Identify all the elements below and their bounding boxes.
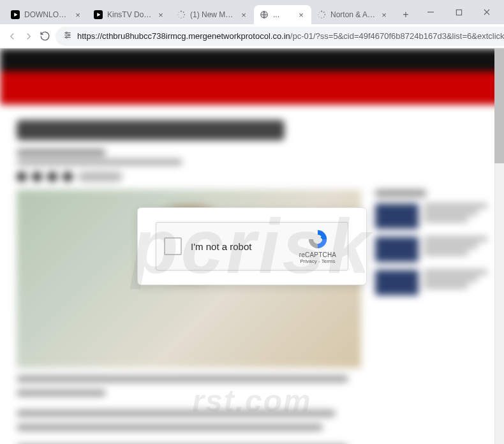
globe-icon	[259, 10, 269, 20]
svg-point-3	[183, 11, 184, 13]
scrollbar-track[interactable]	[494, 48, 504, 444]
svg-point-26	[66, 32, 67, 33]
address-bar[interactable]: https://cthbru8hubcc738irmcg.mergenetwor…	[56, 27, 504, 46]
svg-point-28	[66, 36, 67, 38]
svg-point-16	[319, 17, 320, 17]
article-dateline	[17, 159, 182, 165]
close-icon[interactable]: ×	[73, 10, 83, 20]
tab-strip: DOWNLOAD: Red × KinsTV Download × (1) Ne…	[5, 0, 415, 24]
url-host: https://cthbru8hubcc738irmcg.mergenetwor…	[77, 31, 290, 41]
reload-button[interactable]	[40, 27, 50, 45]
close-window-button[interactable]	[477, 3, 496, 22]
svg-point-27	[68, 34, 70, 36]
svg-point-7	[179, 17, 179, 17]
svg-point-12	[323, 11, 325, 13]
tab-download-red[interactable]: DOWNLOAD: Red ×	[5, 5, 88, 24]
site-nav-bar	[0, 48, 504, 71]
share-row	[17, 172, 487, 182]
recaptcha-checkbox[interactable]	[164, 237, 182, 255]
close-icon[interactable]: ×	[239, 10, 249, 20]
tab-label: (1) New Message!	[190, 10, 236, 19]
youtube-icon	[93, 10, 103, 20]
browser-toolbar: https://cthbru8hubcc738irmcg.mergenetwor…	[0, 24, 504, 48]
captcha-modal: I'm not a robot reCAPTCHA Privacy - Term…	[137, 207, 367, 285]
recaptcha-brand-text: reCAPTCHA	[299, 251, 336, 258]
article-byline	[17, 149, 106, 156]
svg-point-14	[323, 17, 325, 18]
svg-point-5	[183, 17, 184, 18]
tab-label: DOWNLOAD: Red	[24, 10, 70, 19]
back-button[interactable]	[6, 27, 18, 45]
recaptcha-label: I'm not a robot	[191, 241, 295, 252]
loading-spinner-icon	[316, 10, 327, 20]
recaptcha-terms-link[interactable]: Terms	[322, 258, 336, 264]
viewport: One discovery shook the whole family	[0, 48, 504, 444]
alert-banner	[0, 71, 504, 105]
window-controls	[415, 0, 503, 24]
svg-point-2	[181, 11, 182, 12]
url-text: https://cthbru8hubcc738irmcg.mergenetwor…	[77, 31, 504, 41]
related-item	[375, 270, 487, 295]
recaptcha-badge: reCAPTCHA Privacy - Terms	[295, 228, 340, 264]
close-icon[interactable]: ×	[156, 10, 166, 20]
minimize-button[interactable]	[421, 3, 440, 22]
svg-point-15	[321, 18, 322, 18]
svg-point-6	[181, 18, 181, 18]
close-icon[interactable]: ×	[379, 10, 389, 20]
tab-new-message[interactable]: (1) New Message! ×	[171, 5, 254, 24]
svg-point-17	[318, 14, 318, 15]
scrollbar-thumb[interactable]	[494, 48, 504, 163]
svg-point-8	[177, 14, 178, 15]
related-item	[375, 237, 487, 262]
article-headline: One discovery shook the whole family	[17, 120, 285, 140]
svg-point-9	[179, 12, 179, 13]
recaptcha-widget: I'm not a robot reCAPTCHA Privacy - Term…	[156, 222, 348, 270]
tab-norton[interactable]: Norton & AntiVirus ×	[311, 5, 394, 24]
url-path: /pc-01/?ss=5&cid=49f4670f6b8724b167d3&li…	[290, 31, 504, 41]
recaptcha-logo-icon	[307, 228, 329, 250]
recaptcha-privacy-link[interactable]: Privacy	[300, 258, 317, 264]
tab-kinstv[interactable]: KinsTV Download ×	[88, 5, 171, 24]
captcha-container: I'm not a robot reCAPTCHA Privacy - Term…	[137, 207, 367, 285]
tab-label: ...	[273, 10, 293, 19]
svg-point-4	[184, 14, 185, 15]
svg-point-11	[321, 11, 322, 12]
maximize-button[interactable]	[449, 3, 468, 22]
site-settings-icon[interactable]	[63, 31, 72, 41]
browser-titlebar: DOWNLOAD: Red × KinsTV Download × (1) Ne…	[0, 0, 504, 24]
svg-point-18	[319, 12, 320, 13]
forward-button[interactable]	[23, 27, 34, 45]
sidebar-column	[375, 189, 487, 368]
new-tab-button[interactable]: +	[397, 6, 415, 24]
svg-rect-20	[456, 10, 461, 15]
related-item	[375, 204, 487, 229]
svg-point-13	[324, 14, 325, 15]
tab-label: KinsTV Download	[107, 10, 153, 19]
close-icon[interactable]: ×	[296, 10, 306, 20]
tab-label: Norton & AntiVirus	[330, 10, 376, 19]
youtube-icon	[10, 10, 20, 20]
tab-active[interactable]: ... ×	[254, 5, 311, 24]
recaptcha-links: Privacy - Terms	[300, 258, 336, 264]
loading-spinner-icon	[176, 10, 186, 20]
